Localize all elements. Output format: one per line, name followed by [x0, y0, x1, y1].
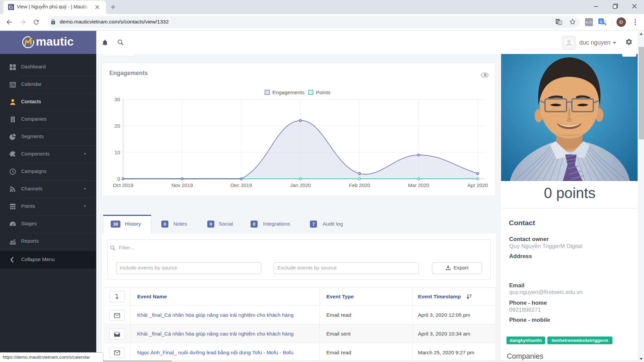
svg-text:</>: </>	[585, 20, 593, 25]
svg-text:文: 文	[602, 21, 605, 24]
svg-text:文: 文	[559, 21, 561, 24]
svg-text:G: G	[600, 20, 603, 24]
